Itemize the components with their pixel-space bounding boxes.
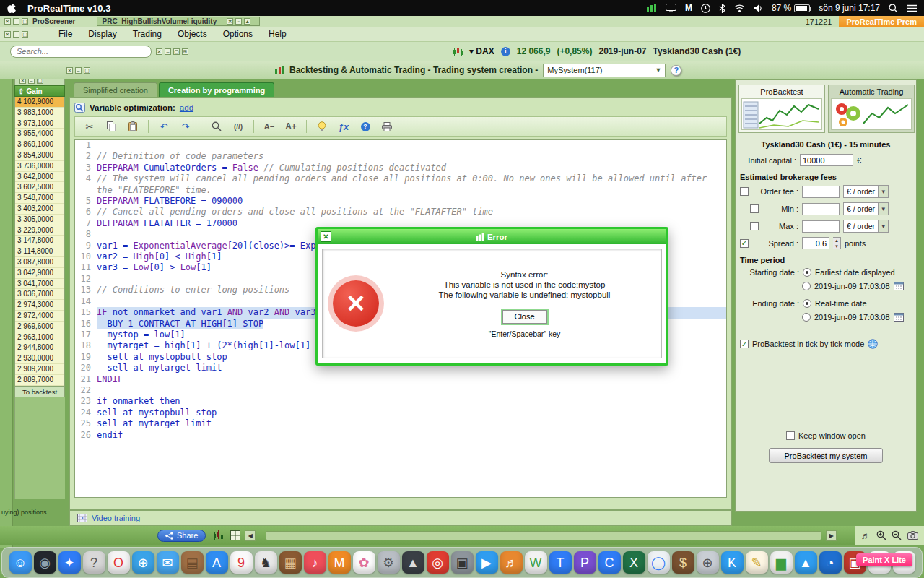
code-line[interactable]: 6// Cancel all pending orders and close … xyxy=(75,207,726,217)
minimize-icon[interactable]: – xyxy=(75,67,82,74)
window-controls[interactable]: ✕ – ▢ xyxy=(66,67,90,74)
code-line[interactable]: 25sell at mytarget limit xyxy=(75,418,726,429)
info-icon[interactable]: i xyxy=(501,47,510,56)
gain-row[interactable]: 3 955,4000 xyxy=(15,129,64,139)
active-app-name[interactable]: ProRealTime v10.3 xyxy=(27,3,110,14)
dock-icon-stats[interactable]: ▆ xyxy=(770,551,793,574)
code-line[interactable]: 2// Definition of code parameters xyxy=(75,151,726,162)
close-icon[interactable]: ✕ xyxy=(4,18,11,25)
gain-row[interactable]: 3 642,8000 xyxy=(15,172,64,183)
close-icon[interactable]: ✕ xyxy=(156,48,162,55)
maximize-icon[interactable]: ▢ xyxy=(173,48,180,55)
menu-options[interactable]: Options xyxy=(223,29,253,39)
gains-column-header[interactable]: ⇧ Gain xyxy=(14,85,65,97)
max-fee-input[interactable] xyxy=(802,220,840,233)
gain-row[interactable]: 2 963,1000 xyxy=(15,332,64,343)
gain-row[interactable]: 2 889,7000 xyxy=(15,375,64,386)
gain-row[interactable]: 3 403,2000 xyxy=(15,204,64,215)
menu-display[interactable]: Display xyxy=(88,29,116,39)
maximize-icon[interactable]: ▢ xyxy=(22,18,28,25)
gain-row[interactable]: 3 983,1000 xyxy=(15,108,64,118)
probacktest-run-button[interactable]: ProBacktest my system xyxy=(769,448,883,463)
minimize-icon[interactable]: ▫ xyxy=(235,18,242,25)
gain-row[interactable]: 2 930,0000 xyxy=(15,353,64,364)
dock-icon-excel[interactable]: X xyxy=(623,551,645,574)
help-icon[interactable]: ? xyxy=(671,65,681,76)
initial-capital-input[interactable] xyxy=(800,154,853,166)
close-icon[interactable]: ✕ xyxy=(227,18,233,25)
video-training-link[interactable]: Video training xyxy=(92,514,140,522)
dock-icon-camera-app[interactable]: ▣ xyxy=(451,551,474,574)
lightbulb-icon[interactable] xyxy=(313,118,331,134)
redo-icon[interactable]: ↷ xyxy=(177,118,194,134)
menu-objects[interactable]: Objects xyxy=(178,29,207,39)
code-line[interactable]: 22 xyxy=(75,385,726,396)
gain-row[interactable]: 4 102,9000 xyxy=(15,97,64,108)
gain-row[interactable]: 3 548,7000 xyxy=(15,193,64,204)
maximize-icon[interactable]: ▢ xyxy=(84,67,90,74)
gain-row[interactable]: 3 147,8000 xyxy=(15,236,64,246)
dock-icon-calendar[interactable]: 9 xyxy=(230,551,253,574)
dock-icon-appstore[interactable]: A xyxy=(206,551,228,574)
gain-row[interactable]: 3 602,5000 xyxy=(15,182,64,193)
strategy-tab-controls[interactable]: ✕ ▫ ▴ xyxy=(227,18,250,25)
max-fee-checkbox[interactable] xyxy=(750,222,759,230)
share-button[interactable]: Share xyxy=(157,530,206,542)
code-line[interactable]: 4// The system will cancel all pending o… xyxy=(75,173,726,196)
add-variable-link[interactable]: add xyxy=(180,103,193,112)
copy-icon[interactable] xyxy=(103,118,120,134)
spread-checkbox[interactable]: ✓ xyxy=(740,239,749,248)
window-controls[interactable]: ✕ – ▢ xyxy=(4,18,28,25)
chart-status-icon[interactable] xyxy=(647,4,657,12)
gain-row[interactable]: 3 042,9000 xyxy=(15,268,64,279)
menu-trading[interactable]: Trading xyxy=(133,29,162,39)
wifi-status-icon[interactable] xyxy=(734,4,745,12)
dock-icon-bank[interactable]: $ xyxy=(672,551,694,574)
grid-icon[interactable]: ⊞ xyxy=(182,48,188,55)
minimize-icon[interactable]: – xyxy=(13,18,19,25)
spread-input[interactable] xyxy=(802,237,829,249)
editor-help-icon[interactable]: ? xyxy=(357,118,374,134)
min-fee-checkbox[interactable] xyxy=(750,204,759,213)
m-status-icon[interactable]: M xyxy=(685,3,692,13)
order-fee-unit-select[interactable]: € / order▼ xyxy=(843,185,889,198)
tab-simplified-creation[interactable]: Simplified creation xyxy=(74,82,157,97)
search-panel-controls[interactable]: ✕ – ▢ ⊞ xyxy=(156,48,188,55)
menu-help[interactable]: Help xyxy=(269,29,287,39)
dock-icon-photo[interactable]: ▲ xyxy=(795,551,817,574)
to-backtest-button[interactable]: To backtest xyxy=(14,386,65,397)
close-icon[interactable]: ✕ xyxy=(321,231,331,242)
dock-icon-target[interactable]: ◎ xyxy=(427,551,449,574)
calendar-icon[interactable] xyxy=(894,281,904,290)
gain-row[interactable]: 3 087,8000 xyxy=(15,257,64,268)
tab-probacktest[interactable]: ProBacktest xyxy=(738,85,825,133)
gain-row[interactable]: 3 114,8000 xyxy=(15,246,64,257)
gain-row[interactable]: 3 229,9000 xyxy=(15,225,64,236)
dock-icon-animal[interactable]: ♞ xyxy=(255,551,277,574)
max-fee-unit-select[interactable]: € / order▼ xyxy=(843,220,889,233)
gain-row[interactable]: 2 944,8000 xyxy=(15,342,64,353)
camera-icon[interactable] xyxy=(907,531,918,540)
dock-icon-box[interactable]: ▦ xyxy=(279,551,302,574)
gain-row[interactable]: 3 736,0000 xyxy=(15,161,64,172)
dock-icon-music[interactable]: ♪ xyxy=(304,551,326,574)
code-line[interactable]: 26endif xyxy=(75,430,726,441)
instrument-icon[interactable]: ♬ xyxy=(861,530,871,541)
gain-row[interactable]: 2 972,4000 xyxy=(15,311,64,322)
menu-file[interactable]: File xyxy=(58,29,72,39)
display-status-icon[interactable] xyxy=(666,4,676,12)
dock-icon-opera[interactable]: O xyxy=(108,551,130,574)
dock-icon-play[interactable]: ▶ xyxy=(476,551,498,574)
undo-icon[interactable]: ↶ xyxy=(155,118,173,134)
collapse-icon[interactable]: ▴ xyxy=(244,18,250,25)
order-fee-checkbox[interactable] xyxy=(740,187,749,196)
code-line[interactable]: 1 xyxy=(75,140,726,151)
search-code-icon[interactable] xyxy=(208,118,225,134)
menubar-clock[interactable]: sön 9 juni 17:17 xyxy=(819,3,880,13)
min-fee-unit-select[interactable]: € / order▼ xyxy=(843,202,889,215)
dock-icon-sphere[interactable]: ◉ xyxy=(34,551,56,574)
dock-icon-guitar[interactable]: ♬ xyxy=(500,551,523,574)
gain-row[interactable]: 3 854,3000 xyxy=(15,150,64,161)
gain-row[interactable]: 2 969,6000 xyxy=(15,322,64,332)
starting-earliest-radio[interactable] xyxy=(803,268,811,277)
